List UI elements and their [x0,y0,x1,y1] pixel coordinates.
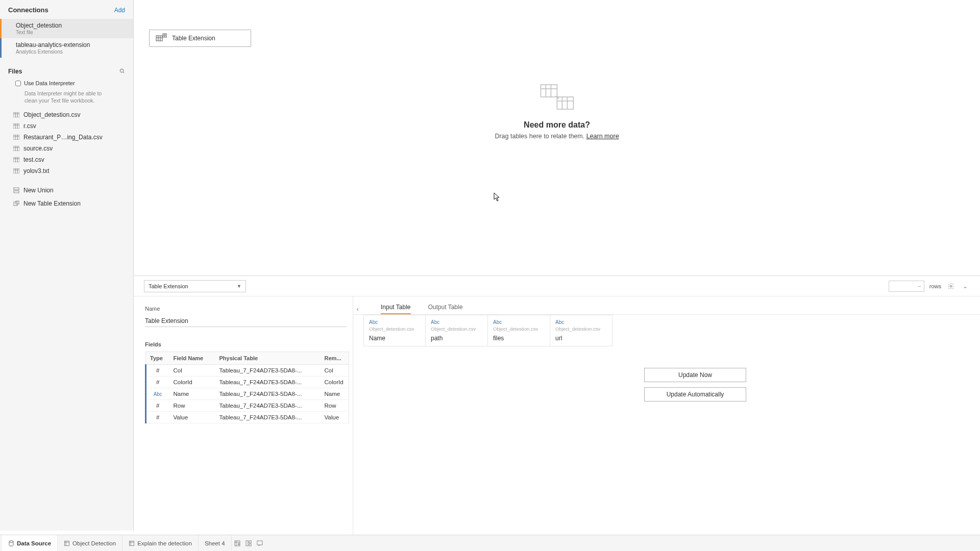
svg-line-1 [123,71,124,72]
settings-icon[interactable] [946,282,955,291]
data-interpreter-input[interactable] [15,81,21,86]
type-icon: # [146,400,169,412]
tab-input-table[interactable]: Input Table [381,304,411,314]
pill-label: Table Extension [172,35,215,42]
file-name: Object_detestion.csv [23,111,80,118]
table-icon [13,123,19,129]
svg-rect-36 [541,85,557,97]
type-icon: Abc [146,388,169,400]
fields-table: Type Field Name Physical Table Rem... #C… [145,352,349,423]
svg-rect-6 [13,123,19,129]
file-item[interactable]: yolov3.txt [0,165,133,177]
svg-point-45 [950,285,952,287]
svg-rect-34 [163,34,166,37]
type-icon: Abc [555,319,607,325]
table-icon [13,112,19,117]
union-icon [13,187,19,193]
file-item[interactable]: source.csv [0,143,133,154]
data-interpreter-checkbox[interactable]: Use Data Interpreter [15,80,75,86]
table-extension-pill[interactable]: Table Extension [149,30,251,47]
data-interpreter-block: Use Data Interpreter Data Interpreter mi… [0,79,133,107]
new-story-icon[interactable] [254,535,265,551]
lower-toolbar-right: → rows ⌄ [889,281,970,292]
column-name: url [555,335,607,342]
update-now-button[interactable]: Update Now [644,368,746,382]
new-dashboard-icon[interactable] [243,535,254,551]
tab-output-table[interactable]: Output Table [428,304,463,314]
col-type[interactable]: Type [146,352,169,365]
file-item[interactable]: Object_detestion.csv [0,109,133,120]
name-label: Name [145,306,353,312]
physical-table: Tableau_7_F24AD7E3-5DA8-... [215,400,321,412]
field-row[interactable]: #RowTableau_7_F24AD7E3-5DA8-...Row [146,400,349,412]
worksheet-icon [64,540,70,546]
connection-item-object-detestion[interactable]: Object_detestion Text file [0,19,133,38]
type-icon: # [146,412,169,423]
file-name: yolov3.txt [23,167,50,174]
file-item[interactable]: Restaurant_P…ing_Data.csv [0,132,133,143]
chevron-down-icon[interactable]: ⌄ [961,282,970,291]
field-row[interactable]: #ValueTableau_7_F24AD7E3-5DA8-...Value [146,412,349,423]
file-item[interactable]: r.csv [0,120,133,132]
add-connection-link[interactable]: Add [114,7,125,14]
connection-item-analytics-ext[interactable]: tableau-analytics-extension Analytics Ex… [0,38,133,58]
file-name: r.csv [23,122,36,130]
source-label: Object_detestion.csv [431,326,482,332]
fields-label: Fields [145,341,353,347]
svg-rect-60 [257,541,262,545]
chevron-down-icon: ▼ [237,284,241,289]
column-name: Name [369,335,420,342]
tab-object-detection[interactable]: Object Detection [58,535,122,551]
field-name: Row [169,400,215,412]
data-source-icon [8,540,14,546]
col-field-name[interactable]: Field Name [169,352,215,365]
chevron-left-icon[interactable]: ‹ [353,304,363,314]
physical-table: Tableau_7_F24AD7E3-5DA8-... [215,388,321,400]
name-input[interactable] [145,315,347,327]
new-worksheet-icon[interactable]: + [232,535,243,551]
remote-name: Value [321,412,349,423]
tab-label: Data Source [17,540,51,546]
source-label: Object_detestion.csv [369,326,420,332]
need-more-data-heading: Need more data? [495,120,619,130]
rows-count-box[interactable]: → [889,281,924,292]
lower-toolbar: Table Extension ▼ → rows ⌄ [134,276,980,296]
physical-table: Tableau_7_F24AD7E3-5DA8-... [215,377,321,388]
tab-label: Object Detection [72,540,116,546]
table-selector[interactable]: Table Extension ▼ [144,280,246,292]
tab-data-source[interactable]: Data Source [2,535,58,551]
update-automatically-button[interactable]: Update Automatically [644,387,746,402]
table-icon [13,146,19,151]
connection-title: tableau-analytics-extension [16,41,125,48]
connection-subtitle: Text file [16,30,125,35]
remote-name: Row [321,400,349,412]
grid-column[interactable]: AbcObject_detestion.csvName [363,315,426,346]
search-icon[interactable] [119,68,125,75]
field-row[interactable]: #ColorIdTableau_7_F24AD7E3-5DA8-...Color… [146,377,349,388]
tab-explain-detection[interactable]: Explain the detection [122,535,199,551]
tab-sheet-4[interactable]: Sheet 4 [199,535,232,551]
relation-canvas[interactable]: Table Extension Need more data? Drag tab… [134,0,980,276]
learn-more-link[interactable]: Learn more [586,133,619,140]
field-row[interactable]: AbcNameTableau_7_F24AD7E3-5DA8-...Name [146,388,349,400]
drag-hint-label: Drag tables here to relate them. [495,133,586,140]
tables-icon [536,82,577,112]
empty-canvas-placeholder: Need more data? Drag tables here to rela… [495,82,619,140]
remote-name: Col [321,365,349,377]
field-row[interactable]: #ColTableau_7_F24AD7E3-5DA8-...Col [146,365,349,377]
drag-hint-text: Drag tables here to relate them. Learn m… [495,133,619,140]
grid-column[interactable]: AbcObject_detestion.csvfiles [488,315,550,346]
svg-line-44 [556,96,559,99]
new-table-extension-action[interactable]: New Table Extension [0,197,133,210]
new-union-action[interactable]: New Union [0,184,133,197]
rows-label: rows [929,283,941,289]
svg-point-46 [9,540,13,542]
field-name: Value [169,412,215,423]
col-remote[interactable]: Rem... [321,352,349,365]
table-icon [13,157,19,162]
file-item[interactable]: test.csv [0,154,133,165]
table-selector-value: Table Extension [149,283,188,289]
col-physical[interactable]: Physical Table [215,352,321,365]
grid-column[interactable]: AbcObject_detestion.csvpath [426,315,488,346]
grid-column[interactable]: AbcObject_detestion.csvurl [550,315,612,346]
